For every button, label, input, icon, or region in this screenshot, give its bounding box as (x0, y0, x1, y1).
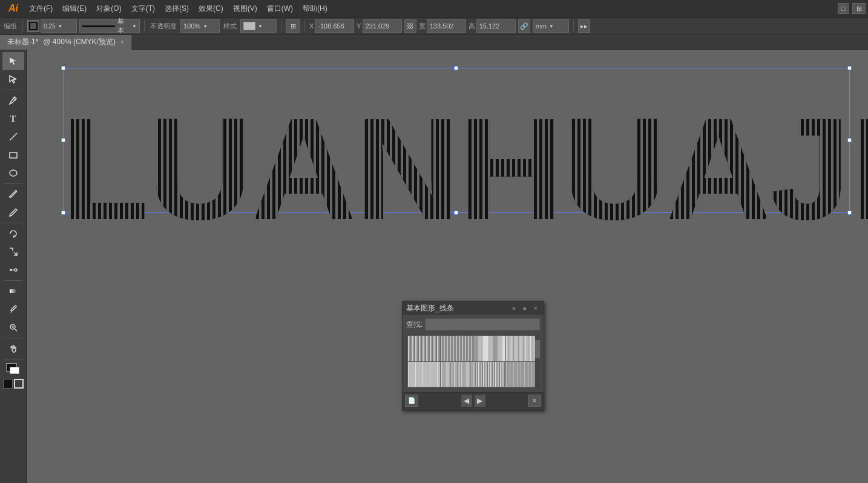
panel-collapse-btn[interactable]: « (510, 304, 518, 312)
sep3 (281, 20, 281, 32)
tool-gradient[interactable] (2, 282, 24, 300)
canvas-text-stripes (60, 77, 868, 234)
pattern-cell-8[interactable] (506, 362, 538, 387)
panel-pattern-grid (406, 334, 540, 389)
panel-body: 查找: (403, 315, 544, 392)
x-coord-field: X -108.656 (309, 19, 354, 33)
transform-constrain-btn[interactable]: 🔗 (518, 19, 530, 33)
menu-select[interactable]: 选择(S) (160, 1, 194, 16)
link-btn[interactable]: ⛓ (404, 19, 416, 33)
pattern-cell-6[interactable] (441, 362, 473, 387)
style-label: 样式 (222, 22, 238, 31)
fill-icon[interactable] (3, 379, 13, 389)
group-label: 编组 (2, 22, 18, 31)
panel-menu-btn[interactable]: ≡ (521, 304, 529, 312)
panel-search-row: 查找: (406, 318, 540, 330)
tool-direct-select[interactable] (2, 70, 24, 88)
svg-rect-1 (10, 153, 17, 158)
panel-next-btn[interactable]: ▶ (475, 395, 485, 407)
tab-name: 未标题-1* (7, 37, 38, 47)
panel-delete-btn[interactable]: × (528, 395, 541, 407)
w-coord-field: 宽 133.502 (419, 19, 466, 33)
pattern-cell-4[interactable] (506, 336, 538, 361)
more-btn[interactable]: ▸▸ (578, 19, 590, 33)
panel-scrollbar[interactable] (535, 334, 540, 389)
style-select[interactable]: ▼ (240, 19, 277, 33)
stroke-weight-select[interactable]: 0.25▼ (41, 19, 77, 33)
handle-tm[interactable] (454, 66, 458, 70)
tool-zoom[interactable] (2, 318, 24, 337)
tool-scale[interactable] (2, 243, 24, 261)
w-value[interactable]: 133.502 (427, 19, 466, 33)
tool-pen[interactable] (2, 91, 24, 110)
unit-select[interactable]: mm▼ (533, 19, 569, 33)
menu-window[interactable]: 窗口(W) (262, 1, 298, 16)
sep1 (22, 20, 23, 32)
tool-hand[interactable] (2, 340, 24, 358)
h-value[interactable]: 15.122 (476, 19, 516, 33)
tab-bar: 未标题-1* @ 400% (CMYK/预览) × (0, 35, 868, 50)
panel-resize-bar[interactable]: ··· (403, 408, 544, 410)
x-label: X (309, 22, 314, 30)
app-logo: Ai (2, 0, 24, 17)
canvas-text-svg: LUANHUAJIA LUANHUAJIA (60, 77, 868, 234)
menu-effect[interactable]: 效果(C) (194, 1, 228, 16)
tool-ellipse[interactable] (2, 164, 24, 182)
color-swatches[interactable] (4, 361, 23, 378)
tool-pencil[interactable] (2, 203, 24, 222)
tool-blend[interactable] (2, 261, 24, 279)
panel-title: 基本图形_线条 (406, 303, 454, 314)
pattern-cell-1[interactable] (408, 336, 440, 361)
x-value[interactable]: -108.656 (315, 19, 354, 33)
tool-type[interactable]: T (2, 110, 24, 128)
panel-prev-btn[interactable]: ◀ (461, 395, 472, 407)
svg-line-0 (10, 133, 17, 140)
pattern-cell-7[interactable] (473, 362, 505, 387)
tab-close-btn[interactable]: × (120, 39, 124, 45)
y-value[interactable]: 231.029 (363, 19, 402, 33)
tool-rect[interactable] (2, 146, 24, 164)
svg-point-3 (10, 269, 12, 271)
menu-view[interactable]: 视图(V) (228, 1, 262, 16)
workspace-btn[interactable]: □ (838, 3, 849, 14)
tool-rotate[interactable] (2, 225, 24, 243)
svg-line-8 (15, 329, 17, 331)
arrange-btn[interactable]: ⊞ (852, 3, 866, 14)
panel-grid-container (406, 334, 540, 389)
stroke-style-select[interactable]: 基本 ▼ (79, 19, 140, 33)
panel-search-input[interactable] (425, 318, 540, 330)
menu-edit[interactable]: 编辑(E) (58, 1, 91, 16)
canvas-area[interactable]: LUANHUAJIA LUANHUAJIA 基本图形_线条 « ≡ × (27, 50, 868, 483)
menu-file[interactable]: 文件(F) (24, 1, 58, 16)
tool-line[interactable] (2, 128, 24, 146)
align-btn[interactable]: ⊞ (286, 19, 300, 33)
pattern-cell-3[interactable] (473, 336, 505, 361)
menu-help[interactable]: 帮助(H) (298, 1, 332, 16)
tool-eyedrop[interactable] (2, 300, 24, 318)
panel-add-btn[interactable]: 📄 (405, 395, 418, 407)
h-label: 高 (469, 22, 475, 31)
menubar: Ai 文件(F) 编辑(E) 对象(O) 文字(T) 选择(S) 效果(C) 视… (0, 0, 868, 17)
menu-object[interactable]: 对象(O) (91, 1, 126, 16)
stroke-color-swatch[interactable] (27, 20, 39, 32)
document-tab[interactable]: 未标题-1* @ 400% (CMYK/预览) × (0, 35, 132, 50)
sep5 (573, 20, 574, 32)
stroke-icon[interactable] (14, 379, 24, 389)
pattern-panel: 基本图形_线条 « ≡ × 查找: (402, 301, 544, 411)
handle-tl[interactable] (61, 66, 65, 70)
canvas-text: LUANHUAJIA LUANHUAJIA (60, 77, 868, 236)
panel-bottom-left: 📄 (405, 395, 418, 407)
panel-titlebar[interactable]: 基本图形_线条 « ≡ × (403, 301, 544, 315)
panel-close-btn[interactable]: × (531, 304, 540, 312)
pattern-cell-2[interactable] (441, 336, 473, 361)
tool-select[interactable] (2, 52, 24, 70)
panel-scroll-thumb[interactable] (535, 340, 540, 358)
menu-type[interactable]: 文字(T) (127, 1, 160, 16)
handle-tr[interactable] (847, 66, 852, 70)
opacity-select[interactable]: 100%▼ (180, 19, 220, 33)
tool-brush[interactable] (2, 185, 24, 203)
pattern-cell-5[interactable] (408, 362, 440, 387)
panel-controls: « ≡ × (510, 304, 540, 312)
fill-stroke-toggle (3, 379, 24, 389)
tool-sep-3 (4, 223, 22, 223)
